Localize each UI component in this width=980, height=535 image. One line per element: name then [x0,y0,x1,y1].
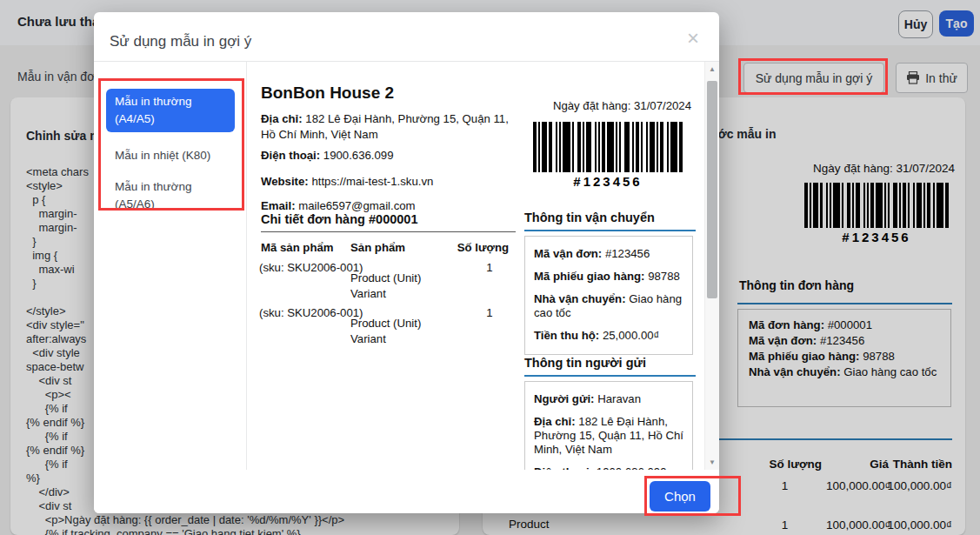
modal-barcode-text: #123456 [533,174,683,189]
heading-underline [524,230,696,231]
sender-heading: Thông tin người gửi [524,356,646,370]
shipping-heading: Thông tin vận chuyển [524,211,655,224]
store-website: Website: https://mai-test-1.sku.vn [261,174,433,190]
order-number: #000001 [369,212,417,226]
table-cell: Variant [350,287,386,300]
shipping-box: Mã vận đơn: #123456 Mã phiếu giao hàng: … [524,236,693,355]
modal-barcode [533,122,683,172]
table-cell: Variant [350,332,386,345]
modal-title: Sử dụng mẫu in gợi ý [110,33,251,50]
annotation-box-suggest-button [738,58,888,95]
store-name: BonBon House 2 [261,84,394,103]
store-phone: Điện thoại: 1900.636.099 [261,148,393,164]
modal-footer: Chọn [94,470,719,513]
table-cell: 1 [468,306,511,319]
scroll-down-icon[interactable]: ▼ [705,458,719,466]
table-cell: 1 [468,261,511,274]
order-detail-heading: Chi tiết đơn hàng [261,212,365,226]
modal-close-icon[interactable]: × [687,28,699,49]
col-product: Sản phẩm [350,241,405,254]
divider [261,231,516,232]
modal-scrollbar[interactable]: ▲ ▼ [704,62,719,470]
screen: Chưa lưu thay đổi Hủy Tạo Mẫu in vận đơn… [0,0,980,535]
col-sku: Mã sản phẩm [261,241,334,254]
table-cell: (sku: SKU2006-001) [259,261,363,274]
annotation-box-choose-button [644,476,741,516]
annotation-box-templates [98,78,244,211]
modal-order-date: Ngày đặt hàng: 31/07/2024 [524,99,691,112]
scrollbar-thumb[interactable] [707,81,717,298]
heading-underline [524,375,696,377]
store-address: Địa chỉ: 182 Lê Đại Hành, Phường 15, Quậ… [261,111,522,143]
table-cell: Product (Unit) [350,271,421,284]
divider [246,62,247,470]
col-qty: Số lượng [437,241,509,254]
scroll-up-icon[interactable]: ▲ [705,65,719,73]
divider [94,61,719,62]
table-cell: (sku: SKU2006-001) [259,306,363,319]
table-cell: Product (Unit) [350,317,421,330]
